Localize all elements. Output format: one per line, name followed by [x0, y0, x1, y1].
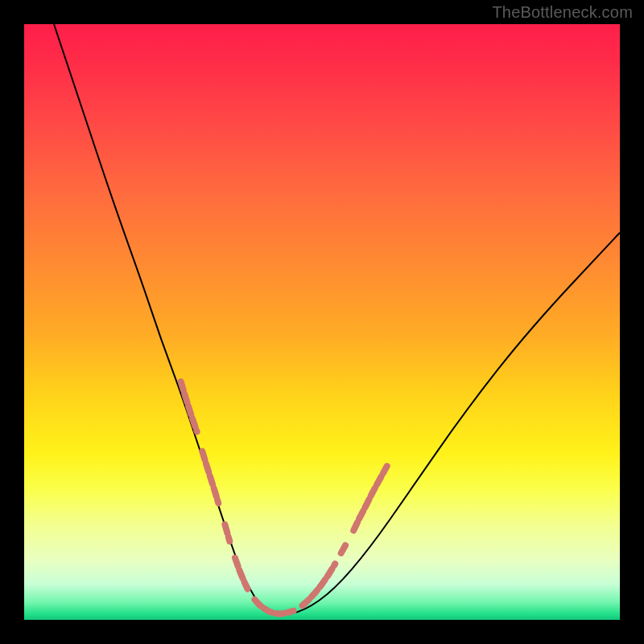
bead-segment: [235, 558, 248, 588]
bead-segment: [303, 564, 336, 605]
curve-line: [54, 24, 620, 615]
bead-segment: [341, 543, 347, 553]
plot-frame: [24, 24, 620, 620]
bead-segment: [181, 382, 197, 431]
chart-svg: [24, 24, 620, 620]
watermark-label: TheBottleneck.com: [492, 3, 633, 22]
bead-markers: [181, 382, 387, 614]
bead-segment: [353, 466, 386, 530]
bead-segment: [225, 525, 229, 542]
bead-segment: [202, 452, 218, 503]
bead-segment: [254, 600, 293, 614]
